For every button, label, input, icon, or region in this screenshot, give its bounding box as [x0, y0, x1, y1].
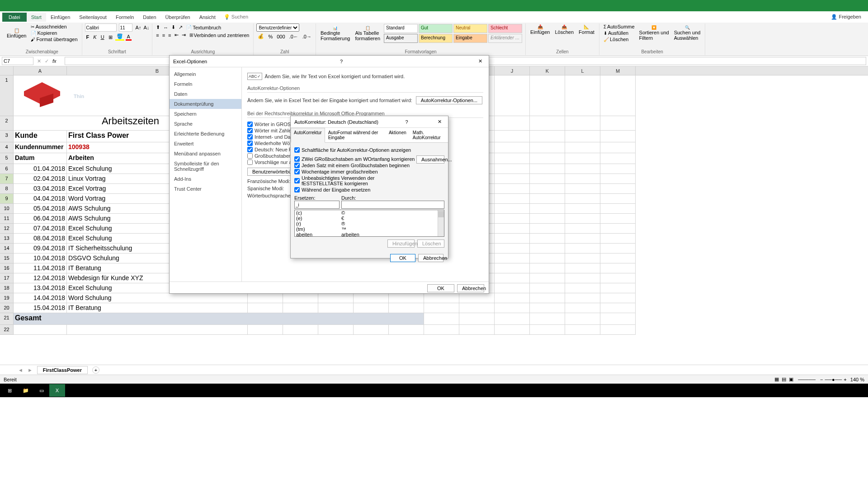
autocorrect-help-icon[interactable]: ? [402, 119, 410, 125]
cell[interactable] [495, 234, 530, 244]
align-bottom-button[interactable]: ⬇ [170, 23, 176, 31]
cell[interactable] [600, 184, 636, 194]
opts-check[interactable] [247, 141, 253, 146]
options-nav-item[interactable]: Add-Ins [170, 174, 241, 184]
row-header[interactable]: 8 [0, 184, 14, 194]
cell[interactable] [530, 164, 565, 174]
cell[interactable] [67, 325, 248, 335]
orientation-button[interactable]: ↗ [178, 23, 184, 31]
row-header[interactable]: 15 [0, 253, 14, 263]
fill-button[interactable]: ⬇ Ausfüllen [602, 30, 636, 36]
list-item[interactable]: (e) [295, 216, 340, 221]
increase-decimal-button[interactable]: .0← [288, 34, 300, 39]
search-box[interactable]: 💡 Suchen [220, 14, 252, 20]
autocorrect-tab[interactable]: Math. AutoKorrektur [410, 128, 448, 142]
style-gut[interactable]: Gut [419, 24, 453, 33]
cell[interactable] [318, 325, 354, 335]
cell[interactable] [600, 75, 636, 116]
fill-color-button[interactable]: 🪣 [115, 33, 124, 41]
autocorrect-cancel-button[interactable]: Abbrechen [418, 254, 443, 262]
style-schlecht[interactable]: Schlecht [488, 24, 522, 33]
cell[interactable] [530, 142, 565, 153]
options-nav-item[interactable]: Trust Center [170, 184, 241, 194]
align-right-button[interactable]: ≡ [167, 32, 172, 39]
cell[interactable] [459, 325, 495, 335]
col-header-A[interactable]: A [14, 66, 67, 75]
insert-cells-button[interactable]: 📥Einfügen [528, 23, 552, 36]
cell[interactable] [565, 142, 600, 153]
replace-input[interactable] [294, 201, 340, 209]
copy-button[interactable]: 📄 Kopieren [29, 30, 79, 36]
cell[interactable] [530, 325, 565, 335]
cell[interactable] [530, 313, 565, 325]
cell[interactable]: Kundennummer [14, 142, 67, 153]
options-close-icon[interactable]: ✕ [476, 58, 485, 64]
row-header[interactable]: 19 [0, 293, 14, 303]
col-header-K[interactable]: K [530, 66, 565, 75]
align-left-button[interactable]: ≡ [155, 32, 160, 39]
list-item[interactable]: ™ [340, 226, 438, 232]
cell[interactable] [495, 283, 530, 293]
list-scrollbar[interactable] [438, 210, 444, 236]
delete-cells-button[interactable]: 📤Löschen [553, 23, 576, 36]
cell[interactable] [600, 303, 636, 313]
row-header[interactable]: 14 [0, 244, 14, 253]
row-header[interactable]: 1 [0, 75, 14, 116]
with-input[interactable] [341, 201, 444, 209]
cell[interactable] [424, 303, 459, 313]
cell[interactable] [565, 263, 600, 273]
cell[interactable]: Word Schulung [67, 293, 248, 303]
autocorrect-ok-button[interactable]: OK [390, 254, 415, 262]
tab-ansicht[interactable]: Ansicht [195, 13, 220, 22]
add-button[interactable]: Hinzufügen [387, 239, 415, 248]
options-nav-item[interactable]: Allgemein [170, 69, 241, 79]
autocorrect-close-icon[interactable]: ✕ [435, 119, 444, 125]
opt-capslock-check[interactable] [294, 178, 300, 183]
cell[interactable]: 12.04.2018 [14, 273, 67, 283]
cell[interactable]: 01.04.2018 [14, 164, 67, 174]
cell[interactable] [530, 263, 565, 273]
cell[interactable] [530, 283, 565, 293]
cell[interactable]: 11.04.2018 [14, 263, 67, 273]
cell[interactable] [565, 214, 600, 224]
cell[interactable] [530, 184, 565, 194]
row-header[interactable]: 4 [0, 142, 14, 153]
options-nav-item[interactable]: Dokumentprüfung [170, 99, 241, 109]
cell[interactable] [600, 194, 636, 204]
options-nav-item[interactable]: Sprache [170, 119, 241, 129]
font-size-input[interactable] [119, 23, 132, 32]
row-header[interactable]: 13 [0, 234, 14, 244]
autosum-button[interactable]: Σ AutoSumme [602, 23, 636, 30]
options-nav-item[interactable]: Erleichterte Bedienung [170, 129, 241, 139]
cell[interactable]: 05.04.2018 [14, 204, 67, 214]
cell[interactable] [530, 194, 565, 204]
options-nav-item[interactable]: Daten [170, 89, 241, 99]
opt-sentence-cap-check[interactable] [294, 163, 300, 168]
clear-button[interactable]: 🧹 Löschen [602, 36, 636, 42]
col-header-M[interactable]: M [600, 66, 636, 75]
cell[interactable] [318, 303, 354, 313]
decrease-font-button[interactable]: A↓ [143, 25, 149, 30]
cell[interactable] [530, 224, 565, 234]
row-header[interactable]: 21 [0, 313, 14, 325]
cell[interactable] [600, 116, 636, 131]
opts-check[interactable] [247, 160, 253, 165]
cell[interactable] [354, 325, 389, 335]
cell[interactable] [424, 293, 459, 303]
cell[interactable] [248, 293, 283, 303]
cell[interactable] [495, 313, 530, 325]
cell[interactable] [283, 303, 318, 313]
cell[interactable] [530, 116, 565, 131]
cell[interactable] [600, 204, 636, 214]
cell[interactable] [248, 325, 283, 335]
sheet-tab-active[interactable]: FirstClassPower [37, 366, 88, 374]
cell[interactable] [565, 164, 600, 174]
tab-einfuegen[interactable]: Einfügen [46, 13, 75, 22]
number-format-select[interactable]: Benutzerdefiniert [256, 23, 299, 32]
cell[interactable]: Gesamt [14, 313, 424, 325]
cell[interactable]: 14.04.2018 [14, 293, 67, 303]
view-break-icon[interactable]: ▣ [789, 376, 793, 382]
cell[interactable] [495, 273, 530, 283]
taskbar-excel-icon[interactable]: X [49, 384, 65, 397]
cell[interactable] [565, 303, 600, 313]
